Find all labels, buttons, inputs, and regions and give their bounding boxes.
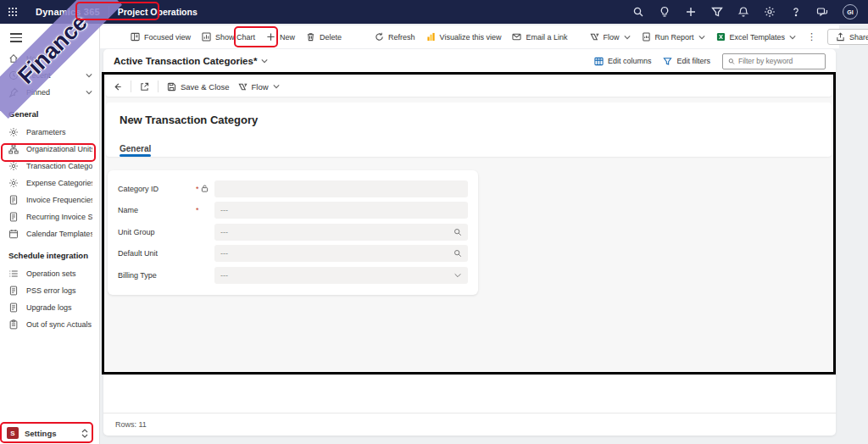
share-icon	[836, 32, 845, 42]
gear-icon	[8, 127, 19, 137]
field-row-name: Name * ---	[118, 200, 468, 222]
list-icon	[8, 269, 19, 279]
save-and-close-button[interactable]: Save & Close	[167, 82, 230, 92]
sidebar-item-expense-categories[interactable]: Expense Categories	[0, 175, 99, 191]
grid-status-bar: Rows: 11	[103, 413, 836, 436]
help-icon[interactable]	[790, 6, 802, 18]
document-icon	[8, 212, 19, 222]
user-avatar[interactable]: GI	[843, 4, 858, 19]
brand-title: Dynamics 365	[36, 7, 100, 17]
sidebar-item-pinned[interactable]: Pinned	[0, 84, 99, 101]
columns-icon	[594, 57, 604, 66]
flow-button[interactable]: Flow	[590, 32, 631, 42]
unit-group-lookup[interactable]: ---	[214, 224, 468, 241]
sidebar-item-invoice-frequencies[interactable]: Invoice Frequencies	[0, 191, 99, 208]
app-launcher-waffle-icon[interactable]	[0, 0, 25, 24]
delete-button[interactable]: Delete	[306, 32, 342, 42]
required-asterisk: *	[196, 206, 199, 214]
topbar-actions: GI	[632, 4, 868, 19]
run-report-button[interactable]: Run Report	[642, 32, 705, 42]
sidebar-item-recent[interactable]: Recent	[0, 67, 99, 84]
lookup-search-icon[interactable]	[453, 228, 462, 236]
share-button[interactable]: Share	[827, 29, 868, 45]
report-icon	[642, 32, 651, 42]
view-selector[interactable]: Active Transaction Categories*	[114, 56, 268, 66]
bell-icon[interactable]	[737, 6, 749, 18]
excel-icon	[716, 32, 726, 42]
top-navigation-bar: Dynamics 365 Project Operations GI	[0, 0, 868, 24]
name-input[interactable]: ---	[214, 202, 468, 219]
filter-icon[interactable]	[711, 6, 723, 18]
app-name[interactable]: Project Operations	[118, 7, 198, 17]
sidebar-item-transaction-categories[interactable]: Transaction Categories	[0, 158, 99, 175]
sidebar-item-pss-error-logs[interactable]: PSS error logs	[0, 282, 99, 299]
plus-icon[interactable]	[685, 6, 697, 18]
back-arrow-icon[interactable]	[113, 82, 122, 92]
visualize-chart-icon	[426, 32, 436, 42]
edit-columns-button[interactable]: Edit columns	[594, 57, 652, 66]
sidebar-item-operation-sets[interactable]: Operation sets	[0, 265, 99, 282]
tab-general[interactable]: General	[120, 144, 151, 153]
dialog-command-bar: Save & Close Flow	[106, 76, 832, 97]
document-icon	[8, 195, 19, 205]
focused-view-icon	[131, 32, 140, 42]
record-title: New Transaction Category	[106, 103, 832, 126]
dialog-flow-button[interactable]: Flow	[238, 82, 280, 92]
chevron-down-icon	[698, 34, 705, 41]
flow-icon	[238, 82, 248, 92]
search-icon	[728, 58, 735, 65]
chevron-down-icon[interactable]	[453, 271, 462, 280]
default-unit-lookup[interactable]: ---	[214, 245, 468, 262]
sidebar-item-organizational-units[interactable]: Organizational Units	[0, 141, 99, 158]
show-chart-button[interactable]: Show Chart	[202, 32, 255, 42]
focused-view-button[interactable]: Focused view	[131, 32, 191, 42]
lookup-search-icon[interactable]	[453, 249, 462, 258]
excel-templates-button[interactable]: Excel Templates	[716, 32, 796, 42]
clock-icon	[8, 70, 19, 80]
edit-filters-button[interactable]: Edit filters	[663, 57, 710, 66]
sidebar-item-calendar-templates[interactable]: Calendar Templates	[0, 225, 99, 242]
collaboration-side-rail	[839, 24, 868, 444]
sidebar-item-parameters[interactable]: Parameters	[0, 124, 99, 141]
pin-icon	[8, 87, 19, 97]
area-switcher-updown-icon	[81, 429, 88, 438]
gear-icon	[8, 161, 19, 171]
filter-by-keyword-box[interactable]	[722, 53, 826, 69]
hamburger-menu-icon[interactable]	[0, 24, 99, 50]
sidebar-item-out-of-sync-actuals[interactable]: Out of sync Actuals	[0, 316, 99, 333]
field-row-category-id: Category ID *	[118, 178, 468, 200]
overflow-ellipsis-icon[interactable]: ⋮	[807, 31, 816, 42]
search-icon[interactable]	[632, 6, 644, 18]
trash-icon	[306, 32, 315, 42]
billing-type-select[interactable]: ---	[214, 267, 468, 284]
open-in-new-window-icon[interactable]	[140, 82, 149, 92]
calendar-icon	[8, 229, 19, 239]
settings-area-badge: S	[7, 427, 19, 439]
record-header: New Transaction Category General	[106, 103, 832, 157]
site-map-sidebar: Home Recent Pinned General Parameters Or…	[0, 24, 100, 444]
command-bar: Focused view Show Chart New Delete Refre…	[100, 25, 839, 48]
chevron-down-icon[interactable]	[86, 72, 92, 79]
envelope-icon	[512, 32, 521, 42]
main-content-area: Focused view Show Chart New Delete Refre…	[100, 24, 839, 444]
chevron-down-icon[interactable]	[86, 89, 92, 96]
filter-keyword-input[interactable]	[738, 57, 820, 65]
required-asterisk: *	[196, 185, 199, 193]
field-row-unit-group: Unit Group ---	[118, 221, 468, 243]
gear-icon[interactable]	[764, 6, 776, 18]
new-button[interactable]: New	[266, 32, 295, 42]
sidebar-item-home[interactable]: Home	[0, 50, 99, 67]
feedback-chat-icon[interactable]	[816, 6, 828, 18]
sidebar-item-upgrade-logs[interactable]: Upgrade logs	[0, 299, 99, 316]
area-switcher-settings[interactable]: S Settings	[0, 424, 95, 442]
sidebar-item-recurring-invoice-setups[interactable]: Recurring Invoice Set...	[0, 208, 99, 225]
new-record-dialog: Save & Close Flow New Transaction Catego…	[102, 72, 836, 375]
category-id-input[interactable]	[214, 180, 468, 197]
email-link-button[interactable]: Email a Link	[512, 32, 567, 42]
visualize-view-button[interactable]: Visualize this view	[426, 32, 502, 42]
lightbulb-icon[interactable]	[659, 6, 670, 18]
refresh-button[interactable]: Refresh	[375, 32, 415, 42]
sidebar-section-general: General	[0, 101, 99, 124]
document-icon	[8, 286, 19, 296]
field-row-billing-type: Billing Type ---	[118, 264, 468, 286]
